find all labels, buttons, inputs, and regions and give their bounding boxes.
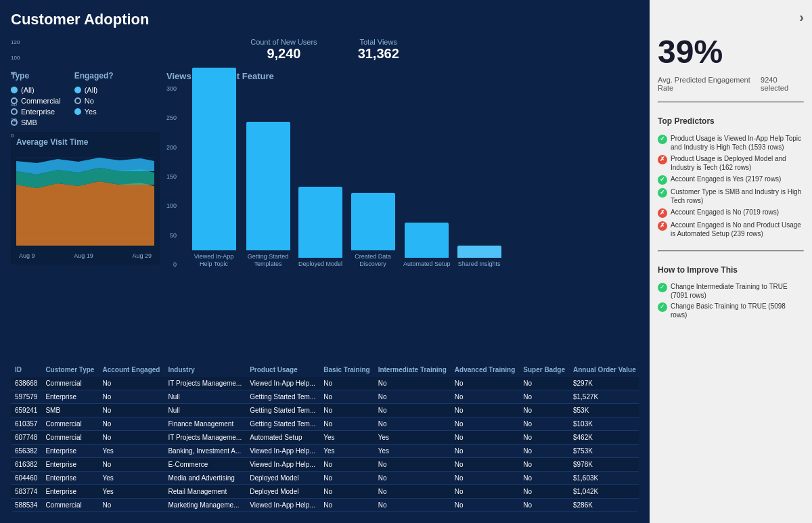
predictor-icon: ✓ bbox=[658, 188, 667, 198]
improvement-item: ✓Change Intermediate Training to TRUE (7… bbox=[658, 282, 804, 300]
col-customer-type[interactable]: Customer Type bbox=[41, 363, 98, 377]
engagement-rate: 39% bbox=[658, 33, 804, 70]
col-id[interactable]: ID bbox=[11, 363, 41, 377]
table-row[interactable]: 583774EnterpriseYesRetail ManagementDepl… bbox=[11, 485, 639, 499]
predictor-item: ✓Customer Type is SMB and Industry is Hi… bbox=[658, 187, 804, 205]
bar-getting-started: Getting Started Templates bbox=[244, 122, 292, 268]
data-table[interactable]: ID Customer Type Account Engaged Industr… bbox=[11, 363, 639, 512]
bar-deployed-model: Deployed Model bbox=[298, 187, 342, 268]
bar-created-data: Created Data Discovery bbox=[349, 193, 397, 268]
avg-visit-chart: Average Visit Time bbox=[11, 132, 160, 265]
engaged-filter-label: Engaged? bbox=[74, 71, 114, 81]
predictor-item: ✓Product Usage is Viewed In-App Help Top… bbox=[658, 134, 804, 152]
improvement-icon: ✓ bbox=[658, 302, 667, 312]
table-row[interactable]: 638668CommercialNoIT Projects Manageme..… bbox=[11, 377, 639, 390]
x-axis-labels: Aug 9 Aug 19 Aug 29 bbox=[16, 252, 154, 259]
side-panel: › 39% Avg. Predicted Engagement Rate 924… bbox=[650, 0, 812, 523]
predictor-icon: ✗ bbox=[658, 208, 667, 218]
improvement-item: ✓Change Basic Training to TRUE (5098 row… bbox=[658, 302, 804, 319]
table-row[interactable]: 597579EnterpriseNoNullGetting Started Te… bbox=[11, 390, 639, 404]
metrics-row: Count of New Users 9,240 Total Views 31,… bbox=[11, 38, 639, 62]
table-row[interactable]: 604460EnterpriseYesMedia and Advertising… bbox=[11, 472, 639, 485]
col-basic-training[interactable]: Basic Training bbox=[319, 363, 374, 377]
improve-title: How to Improve This bbox=[658, 265, 804, 275]
col-intermediate-training[interactable]: Intermediate Training bbox=[374, 363, 451, 377]
avg-visit-title: Average Visit Time bbox=[16, 137, 154, 147]
engaged-yes-radio[interactable] bbox=[74, 108, 81, 115]
table-row[interactable]: 610357CommercialNoFinance ManagementGett… bbox=[11, 417, 639, 431]
predictor-item: ✗Account Engaged is No and Product Usage… bbox=[658, 221, 804, 238]
engaged-all-radio[interactable] bbox=[74, 87, 81, 93]
col-industry[interactable]: Industry bbox=[164, 363, 246, 377]
bar-automated-setup: Automated Setup bbox=[403, 223, 451, 268]
bar-shared-insights: Shared Insights bbox=[457, 246, 501, 268]
table-row[interactable]: 607748CommercialNoIT Projects Manageme..… bbox=[11, 431, 639, 445]
table-row[interactable]: 616382EnterpriseNoE-CommerceViewed In-Ap… bbox=[11, 458, 639, 472]
expand-button[interactable]: › bbox=[799, 9, 804, 25]
page-title: Customer Adoption bbox=[11, 11, 150, 28]
engaged-filter[interactable]: Engaged? (All) No Yes bbox=[74, 71, 114, 127]
predictor-icon: ✗ bbox=[658, 155, 667, 164]
svg-marker-7 bbox=[16, 181, 154, 246]
total-views-value: 31,362 bbox=[358, 46, 399, 62]
predictor-item: ✗Account Engaged is No (7019 rows) bbox=[658, 208, 804, 218]
table-row[interactable]: 588534CommercialNoMarketing Manageme...V… bbox=[11, 499, 639, 512]
new-users-value: 9,240 bbox=[250, 46, 317, 62]
predictor-icon: ✗ bbox=[658, 221, 667, 231]
table-row[interactable]: 656382EnterpriseYesBanking, Investment A… bbox=[11, 445, 639, 458]
predictor-item: ✓Account Engaged is Yes (2197 rows) bbox=[658, 175, 804, 185]
col-super-badge[interactable]: Super Badge bbox=[519, 363, 569, 377]
filters: Type (All) Commercial Enterprise SMB Eng… bbox=[11, 71, 160, 127]
predictor-item: ✗Product Usage is Deployed Model and Ind… bbox=[658, 154, 804, 172]
predictor-icon: ✓ bbox=[658, 175, 667, 185]
bar-chart-area: Views by Product Feature 300250200150100… bbox=[166, 71, 639, 356]
bar-viewed-inapp: Viewed In-App Help Topic bbox=[190, 68, 238, 268]
table-row[interactable]: 659241SMBNoNullGetting Started Tem...NoN… bbox=[11, 404, 639, 417]
total-views-label: Total Views bbox=[358, 38, 399, 46]
col-product-usage[interactable]: Product Usage bbox=[246, 363, 319, 377]
improvement-icon: ✓ bbox=[658, 283, 667, 292]
col-account-engaged[interactable]: Account Engaged bbox=[98, 363, 164, 377]
predictor-icon: ✓ bbox=[658, 135, 667, 144]
col-advanced-training[interactable]: Advanced Training bbox=[451, 363, 519, 377]
new-users-label: Count of New Users bbox=[250, 38, 317, 46]
new-users-metric: Count of New Users 9,240 bbox=[250, 38, 317, 62]
total-views-metric: Total Views 31,362 bbox=[358, 38, 399, 62]
side-sub: Avg. Predicted Engagement Rate 9240 sele… bbox=[658, 76, 804, 92]
top-predictors-title: Top Predictors bbox=[658, 116, 804, 126]
engaged-no-radio[interactable] bbox=[74, 97, 81, 104]
col-annual-order[interactable]: Annual Order Value bbox=[569, 363, 639, 377]
